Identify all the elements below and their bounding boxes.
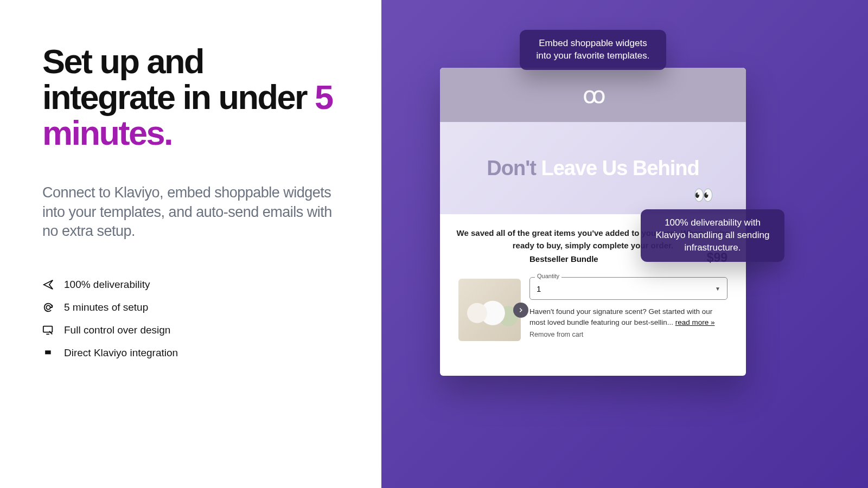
feature-item-setup-time: 5 minutes of setup	[42, 301, 343, 313]
feature-label: Full control over design	[64, 324, 170, 336]
next-image-button[interactable]	[513, 303, 528, 318]
monitor-edit-icon	[42, 324, 54, 336]
email-hero-title: Don't Leave Us Behind	[487, 157, 699, 180]
quantity-value: 1	[537, 284, 541, 293]
feature-list: 100% deliverability 5 minutes of setup F…	[42, 279, 343, 359]
quantity-label: Quantity	[535, 273, 561, 279]
feature-label: Direct Klaviyo integration	[64, 347, 178, 359]
refresh-gear-icon	[42, 301, 54, 313]
callout-embed-widgets: Embed shoppable widgets into your favori…	[520, 30, 666, 70]
feature-item-klaviyo-integration: Direct Klaviyo integration	[42, 347, 343, 359]
hero-title-light: Leave Us Behind	[541, 157, 699, 179]
page-subcopy: Connect to Klaviyo, embed shoppable widg…	[42, 183, 343, 240]
svg-rect-2	[45, 350, 51, 354]
flag-icon	[42, 347, 54, 359]
feature-item-deliverability: 100% deliverability	[42, 279, 343, 291]
product-row: Bestseller Bundle $99 Quantity 1 ▼ Haven…	[456, 279, 730, 341]
callout-deliverability: 100% deliverability with Klaviyo handlin…	[641, 209, 784, 262]
read-more-link[interactable]: read more »	[675, 318, 715, 326]
svg-rect-1	[43, 326, 53, 332]
marketing-copy-panel: Set up and integrate in under 5 minutes.…	[0, 0, 381, 488]
email-hero: Don't Leave Us Behind 👀	[440, 122, 746, 214]
page-headline: Set up and integrate in under 5 minutes.	[42, 43, 343, 151]
send-icon	[42, 279, 54, 291]
hero-title-muted: Don't	[487, 157, 541, 179]
eyes-emoji-icon: 👀	[693, 185, 713, 204]
product-image[interactable]	[458, 279, 521, 341]
product-description: Haven't found your signature scent? Get …	[529, 306, 727, 328]
product-name: Bestseller Bundle	[529, 254, 598, 264]
remove-from-cart-link[interactable]: Remove from cart	[529, 331, 727, 338]
feature-item-design-control: Full control over design	[42, 324, 343, 336]
headline-text: Set up and integrate in under	[42, 42, 315, 116]
feature-label: 5 minutes of setup	[64, 301, 148, 313]
brand-logo-icon: ꝏ	[583, 82, 604, 108]
quantity-select[interactable]: Quantity 1 ▼	[529, 277, 727, 300]
preview-panel: ꝏ Don't Leave Us Behind 👀 We saved all o…	[381, 0, 868, 488]
feature-label: 100% deliverability	[64, 279, 150, 291]
svg-point-0	[46, 305, 50, 309]
email-header: ꝏ	[440, 68, 746, 122]
chevron-down-icon: ▼	[715, 286, 720, 292]
